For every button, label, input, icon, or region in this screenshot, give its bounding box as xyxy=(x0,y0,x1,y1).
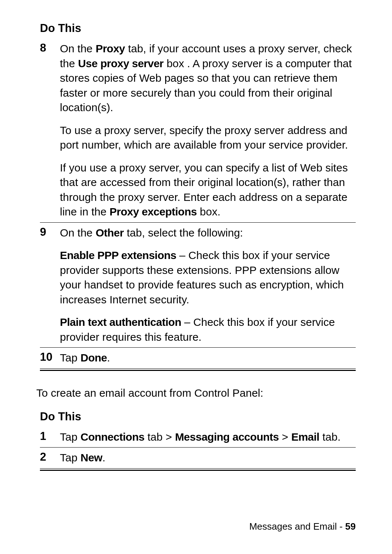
step-paragraph: Enable PPP extensions – Check this box i… xyxy=(60,248,356,307)
steps-table-1: 8 On the Proxy tab, if your account uses… xyxy=(40,39,356,368)
do-this-heading-1: Do This xyxy=(40,22,356,35)
step-row-1: 1 Tap Connections tab > Messaging accoun… xyxy=(40,427,356,448)
term-new: New xyxy=(81,452,102,464)
term-connections: Connections xyxy=(81,431,144,443)
divider-thick xyxy=(40,370,356,371)
term-plain-text-auth: Plain text authentication xyxy=(60,316,181,328)
step-paragraph: Tap Done. xyxy=(60,351,356,365)
divider xyxy=(40,368,356,369)
step-number: 2 xyxy=(40,448,60,468)
step-number: 9 xyxy=(40,222,60,348)
step-row-10: 10 Tap Done. xyxy=(40,348,356,368)
step-row-8: 8 On the Proxy tab, if your account uses… xyxy=(40,39,356,222)
page-number: 59 xyxy=(345,521,356,532)
step-content: On the Proxy tab, if your account uses a… xyxy=(60,39,356,222)
step-number: 10 xyxy=(40,348,60,368)
do-this-heading-2: Do This xyxy=(40,410,356,423)
term-done: Done xyxy=(81,352,107,364)
step-paragraph: Tap Connections tab > Messaging accounts… xyxy=(60,430,356,445)
step-paragraph: On the Proxy tab, if your account uses a… xyxy=(60,41,356,115)
step-content: Tap New. xyxy=(60,448,356,468)
section-2: To create an email account from Control … xyxy=(40,387,356,471)
divider-thick xyxy=(40,470,356,471)
divider xyxy=(40,468,356,469)
term-email: Email xyxy=(291,431,319,443)
step-number: 8 xyxy=(40,39,60,222)
step-row-2: 2 Tap New. xyxy=(40,448,356,468)
step-row-9: 9 On the Other tab, select the following… xyxy=(40,222,356,348)
term-messaging-accounts: Messaging accounts xyxy=(175,431,279,443)
step-content: Tap Done. xyxy=(60,348,356,368)
step-content: Tap Connections tab > Messaging accounts… xyxy=(60,427,356,448)
term-proxy-exceptions: Proxy exceptions xyxy=(110,206,197,218)
step-paragraph: On the Other tab, select the following: xyxy=(60,226,356,240)
step-paragraph: To use a proxy server, specify the proxy… xyxy=(60,123,356,153)
term-use-proxy-server: Use proxy server xyxy=(78,57,164,69)
intro-text: To create an email account from Control … xyxy=(36,387,356,399)
section-1: Do This 8 On the Proxy tab, if your acco… xyxy=(40,22,356,371)
term-enable-ppp: Enable PPP extensions xyxy=(60,249,176,261)
steps-table-2: 1 Tap Connections tab > Messaging accoun… xyxy=(40,427,356,468)
term-other: Other xyxy=(95,227,124,239)
step-paragraph: If you use a proxy server, you can speci… xyxy=(60,161,356,219)
term-proxy: Proxy xyxy=(95,43,125,54)
step-content: On the Other tab, select the following: … xyxy=(60,222,356,348)
step-paragraph: Tap New. xyxy=(60,450,356,465)
step-paragraph: Plain text authentication – Check this b… xyxy=(60,315,356,344)
step-number: 1 xyxy=(40,427,60,448)
footer-section: Messages and Email - xyxy=(249,521,345,532)
page-footer: Messages and Email - 59 xyxy=(249,521,356,532)
